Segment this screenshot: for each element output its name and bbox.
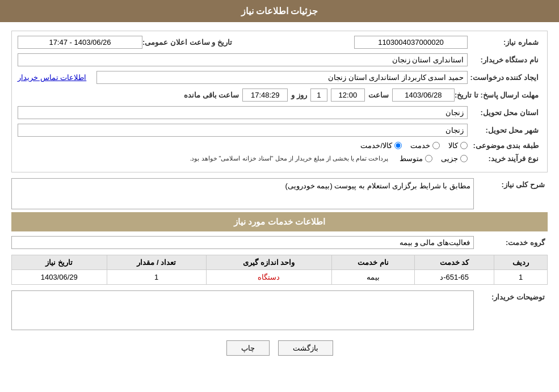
requester-label: ایجاد کننده درخواست: <box>468 73 541 82</box>
need-number-label: شماره نیاز: <box>468 38 541 47</box>
contact-info-link[interactable]: اطلاعات تماس خریدار <box>18 73 86 82</box>
buyer-description-textarea[interactable] <box>11 290 474 330</box>
back-button[interactable]: بازگشت <box>278 340 333 356</box>
days-label: روز و <box>291 91 307 99</box>
table-row: 1 651-65-د بیمه دستگاه 1 1403/06/29 <box>12 270 548 285</box>
button-group: بازگشت چاپ <box>11 340 548 364</box>
cell-row: 1 <box>494 270 548 285</box>
category-option-both[interactable]: کالا/خدمت <box>360 141 402 150</box>
cell-unit: دستگاه <box>206 270 331 285</box>
requester-value: حمید اسدی کاربرداز استانداری استان زنجان <box>96 71 468 84</box>
buyer-org-label: نام دستگاه خریدار: <box>468 56 541 64</box>
purchase-type-medium[interactable]: متوسط <box>400 154 432 163</box>
response-date-value: 1403/06/28 <box>392 88 455 102</box>
hours-label: ساعت باقی مانده <box>184 91 239 99</box>
time-remaining-value: 17:48:29 <box>242 88 288 102</box>
need-description-textarea[interactable]: مطابق با شرایط برگزاری استعلام به پیوست … <box>11 178 474 209</box>
cell-date: 1403/06/29 <box>12 270 107 285</box>
need-description-label: شرح کلی نیاز: <box>474 178 548 189</box>
purchase-type-partial[interactable]: جزیی <box>441 154 468 163</box>
service-group-value: فعالیت‌های مالی و بیمه <box>11 236 474 249</box>
announce-date-value: 1403/06/26 - 17:47 <box>18 36 142 49</box>
col-date: تاریخ نیاز <box>12 255 107 270</box>
page-header: جزئیات اطلاعات نیاز <box>0 0 559 22</box>
cell-service-code: 651-65-د <box>415 270 494 285</box>
purchase-type-radio-partial[interactable] <box>460 155 468 162</box>
category-option-goods[interactable]: کالا <box>448 141 468 150</box>
delivery-city-value: زنجان <box>18 124 468 137</box>
col-unit: واحد اندازه گیری <box>206 255 331 270</box>
category-goods-label: کالا <box>448 141 458 150</box>
service-info-header: اطلاعات خدمات مورد نیاز <box>11 212 548 231</box>
print-button[interactable]: چاپ <box>226 340 270 356</box>
page-title: جزئیات اطلاعات نیاز <box>241 6 318 16</box>
purchase-type-radio-group: جزیی متوسط پرداخت تمام یا بخشی از مبلغ خ… <box>18 154 468 163</box>
col-service-code: کد خدمت <box>415 255 494 270</box>
delivery-province-label: استان محل تحویل: <box>468 108 541 117</box>
category-radio-goods[interactable] <box>460 142 468 149</box>
need-number-value: 1103004037000020 <box>354 36 468 49</box>
col-service-name: نام خدمت <box>331 255 414 270</box>
cell-service-name: بیمه <box>331 270 414 285</box>
category-radio-group: کالا خدمت کالا/خدمت <box>18 141 468 150</box>
category-both-label: کالا/خدمت <box>360 141 392 150</box>
announce-date-label: تاریخ و ساعت اعلان عمومی: <box>142 38 235 47</box>
delivery-province-value: زنجان <box>18 106 468 119</box>
purchase-type-radio-medium[interactable] <box>425 155 432 162</box>
response-deadline-label: مهلت ارسال پاسخ: تا تاریخ: <box>455 91 541 99</box>
category-radio-both[interactable] <box>394 142 402 149</box>
col-row: ردیف <box>494 255 548 270</box>
col-quantity: تعداد / مقدار <box>107 255 206 270</box>
services-table: ردیف کد خدمت نام خدمت واحد اندازه گیری ت… <box>11 255 548 285</box>
category-option-service[interactable]: خدمت <box>410 141 440 150</box>
delivery-city-label: شهر محل تحویل: <box>468 126 541 134</box>
category-label: طبقه بندی موضوعی: <box>468 141 541 150</box>
cell-quantity: 1 <box>107 270 206 285</box>
buyer-org-value: استانداری استان زنجان <box>18 53 468 66</box>
time-label: ساعت <box>368 91 389 99</box>
response-time-value: 12:00 <box>331 88 365 102</box>
purchase-note: پرداخت تمام یا بخشی از مبلغ خریدار از مح… <box>190 155 388 162</box>
category-radio-service[interactable] <box>432 142 440 149</box>
days-remaining-value: 1 <box>310 88 327 102</box>
purchase-type-partial-label: جزیی <box>441 154 458 163</box>
purchase-type-label: نوع فرآیند خرید: <box>468 154 541 163</box>
service-info-header-text: اطلاعات خدمات مورد نیاز <box>234 217 325 226</box>
purchase-type-medium-label: متوسط <box>400 154 423 163</box>
service-group-label: گروه خدمت: <box>474 238 548 247</box>
buyer-description-label: توضیحات خریدار: <box>474 290 548 301</box>
category-service-label: خدمت <box>410 141 430 150</box>
